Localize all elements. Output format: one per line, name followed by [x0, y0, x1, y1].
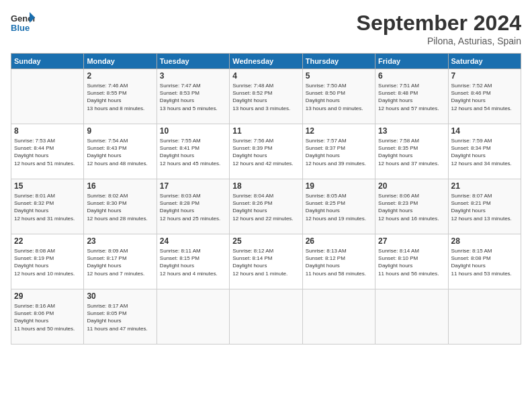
- day-info: Sunrise: 7:46 AMSunset: 8:55 PMDaylight …: [87, 82, 153, 112]
- day-info: Sunrise: 8:17 AMSunset: 8:05 PMDaylight …: [87, 302, 153, 332]
- table-row: 18Sunrise: 8:04 AMSunset: 8:26 PMDayligh…: [230, 179, 302, 234]
- day-info: Sunrise: 8:16 AMSunset: 8:06 PMDaylight …: [14, 302, 81, 332]
- day-number: 12: [306, 126, 372, 136]
- day-info: Sunrise: 8:04 AMSunset: 8:26 PMDaylight …: [232, 192, 299, 222]
- table-row: [448, 289, 521, 345]
- day-number: 7: [451, 71, 518, 81]
- day-number: 22: [14, 236, 81, 246]
- table-row: 12Sunrise: 7:57 AMSunset: 8:37 PMDayligh…: [302, 124, 375, 179]
- table-row: 23Sunrise: 8:09 AMSunset: 8:17 PMDayligh…: [84, 234, 157, 289]
- day-info: Sunrise: 8:05 AMSunset: 8:25 PMDaylight …: [306, 192, 372, 222]
- logo-icon: General Blue: [11, 11, 35, 35]
- table-row: 15Sunrise: 8:01 AMSunset: 8:32 PMDayligh…: [11, 179, 84, 234]
- table-row: 20Sunrise: 8:06 AMSunset: 8:23 PMDayligh…: [375, 179, 448, 234]
- day-number: 30: [87, 291, 153, 301]
- day-info: Sunrise: 8:03 AMSunset: 8:28 PMDaylight …: [160, 192, 226, 222]
- table-row: [11, 69, 84, 124]
- day-info: Sunrise: 8:12 AMSunset: 8:14 PMDaylight …: [232, 247, 299, 277]
- day-number: 3: [160, 71, 226, 81]
- table-row: [230, 289, 302, 345]
- title-block: September 2024 Pilona, Asturias, Spain: [357, 11, 521, 46]
- table-row: 25Sunrise: 8:12 AMSunset: 8:14 PMDayligh…: [230, 234, 302, 289]
- day-info: Sunrise: 8:11 AMSunset: 8:15 PMDaylight …: [160, 247, 226, 277]
- table-row: [375, 289, 448, 345]
- day-number: 18: [232, 181, 299, 191]
- table-row: [302, 289, 375, 345]
- day-number: 24: [160, 236, 226, 246]
- day-info: Sunrise: 8:02 AMSunset: 8:30 PMDaylight …: [87, 192, 153, 222]
- day-number: 21: [451, 181, 518, 191]
- day-info: Sunrise: 7:50 AMSunset: 8:50 PMDaylight …: [306, 82, 372, 112]
- table-row: 11Sunrise: 7:56 AMSunset: 8:39 PMDayligh…: [230, 124, 302, 179]
- day-info: Sunrise: 7:52 AMSunset: 8:46 PMDaylight …: [451, 82, 518, 112]
- day-info: Sunrise: 7:59 AMSunset: 8:34 PMDaylight …: [451, 137, 518, 167]
- day-info: Sunrise: 8:07 AMSunset: 8:21 PMDaylight …: [451, 192, 518, 222]
- table-row: 4Sunrise: 7:48 AMSunset: 8:52 PMDaylight…: [230, 69, 302, 124]
- day-number: 19: [306, 181, 372, 191]
- svg-text:Blue: Blue: [11, 23, 30, 33]
- table-row: 22Sunrise: 8:08 AMSunset: 8:19 PMDayligh…: [11, 234, 84, 289]
- day-info: Sunrise: 7:51 AMSunset: 8:48 PMDaylight …: [378, 82, 445, 112]
- day-number: 10: [160, 126, 226, 136]
- month-title: September 2024: [357, 11, 521, 36]
- table-row: 7Sunrise: 7:52 AMSunset: 8:46 PMDaylight…: [448, 69, 521, 124]
- col-saturday: Saturday: [448, 54, 521, 69]
- table-row: 13Sunrise: 7:58 AMSunset: 8:35 PMDayligh…: [375, 124, 448, 179]
- day-info: Sunrise: 8:15 AMSunset: 8:08 PMDaylight …: [451, 247, 518, 277]
- col-friday: Friday: [375, 54, 448, 69]
- day-info: Sunrise: 7:56 AMSunset: 8:39 PMDaylight …: [232, 137, 299, 167]
- day-number: 16: [87, 181, 153, 191]
- table-row: 5Sunrise: 7:50 AMSunset: 8:50 PMDaylight…: [302, 69, 375, 124]
- day-number: 4: [232, 71, 299, 81]
- day-info: Sunrise: 8:14 AMSunset: 8:10 PMDaylight …: [378, 247, 445, 277]
- table-row: 8Sunrise: 7:53 AMSunset: 8:44 PMDaylight…: [11, 124, 84, 179]
- day-info: Sunrise: 8:09 AMSunset: 8:17 PMDaylight …: [87, 247, 153, 277]
- day-number: 9: [87, 126, 153, 136]
- day-number: 28: [451, 236, 518, 246]
- day-number: 8: [14, 126, 81, 136]
- day-number: 11: [232, 126, 299, 136]
- day-number: 25: [232, 236, 299, 246]
- day-info: Sunrise: 7:47 AMSunset: 8:53 PMDaylight …: [160, 82, 226, 112]
- day-info: Sunrise: 7:55 AMSunset: 8:41 PMDaylight …: [160, 137, 226, 167]
- day-number: 29: [14, 291, 81, 301]
- table-row: 3Sunrise: 7:47 AMSunset: 8:53 PMDaylight…: [157, 69, 229, 124]
- col-sunday: Sunday: [11, 54, 84, 69]
- day-number: 23: [87, 236, 153, 246]
- table-row: 10Sunrise: 7:55 AMSunset: 8:41 PMDayligh…: [157, 124, 229, 179]
- day-info: Sunrise: 7:54 AMSunset: 8:43 PMDaylight …: [87, 137, 153, 167]
- day-number: 13: [378, 126, 445, 136]
- table-row: 28Sunrise: 8:15 AMSunset: 8:08 PMDayligh…: [448, 234, 521, 289]
- day-number: 6: [378, 71, 445, 81]
- day-info: Sunrise: 8:06 AMSunset: 8:23 PMDaylight …: [378, 192, 445, 222]
- day-info: Sunrise: 7:57 AMSunset: 8:37 PMDaylight …: [306, 137, 372, 167]
- table-row: 17Sunrise: 8:03 AMSunset: 8:28 PMDayligh…: [157, 179, 229, 234]
- location: Pilona, Asturias, Spain: [357, 36, 521, 46]
- table-row: 19Sunrise: 8:05 AMSunset: 8:25 PMDayligh…: [302, 179, 375, 234]
- col-wednesday: Wednesday: [230, 54, 302, 69]
- day-number: 5: [306, 71, 372, 81]
- day-number: 2: [87, 71, 153, 81]
- day-number: 15: [14, 181, 81, 191]
- day-info: Sunrise: 8:13 AMSunset: 8:12 PMDaylight …: [306, 247, 372, 277]
- day-info: Sunrise: 8:01 AMSunset: 8:32 PMDaylight …: [14, 192, 81, 222]
- day-info: Sunrise: 7:48 AMSunset: 8:52 PMDaylight …: [232, 82, 299, 112]
- day-info: Sunrise: 7:53 AMSunset: 8:44 PMDaylight …: [14, 137, 81, 167]
- page-header: General Blue September 2024 Pilona, Astu…: [11, 11, 521, 46]
- table-row: 6Sunrise: 7:51 AMSunset: 8:48 PMDaylight…: [375, 69, 448, 124]
- table-row: 21Sunrise: 8:07 AMSunset: 8:21 PMDayligh…: [448, 179, 521, 234]
- table-row: 2Sunrise: 7:46 AMSunset: 8:55 PMDaylight…: [84, 69, 157, 124]
- day-info: Sunrise: 7:58 AMSunset: 8:35 PMDaylight …: [378, 137, 445, 167]
- col-monday: Monday: [84, 54, 157, 69]
- day-number: 20: [378, 181, 445, 191]
- day-number: 17: [160, 181, 226, 191]
- table-row: [157, 289, 229, 345]
- calendar-table: Sunday Monday Tuesday Wednesday Thursday…: [11, 53, 521, 345]
- table-row: 30Sunrise: 8:17 AMSunset: 8:05 PMDayligh…: [84, 289, 157, 345]
- col-thursday: Thursday: [302, 54, 375, 69]
- table-row: 14Sunrise: 7:59 AMSunset: 8:34 PMDayligh…: [448, 124, 521, 179]
- table-row: 27Sunrise: 8:14 AMSunset: 8:10 PMDayligh…: [375, 234, 448, 289]
- table-row: 24Sunrise: 8:11 AMSunset: 8:15 PMDayligh…: [157, 234, 229, 289]
- logo: General Blue: [11, 11, 38, 35]
- table-row: 26Sunrise: 8:13 AMSunset: 8:12 PMDayligh…: [302, 234, 375, 289]
